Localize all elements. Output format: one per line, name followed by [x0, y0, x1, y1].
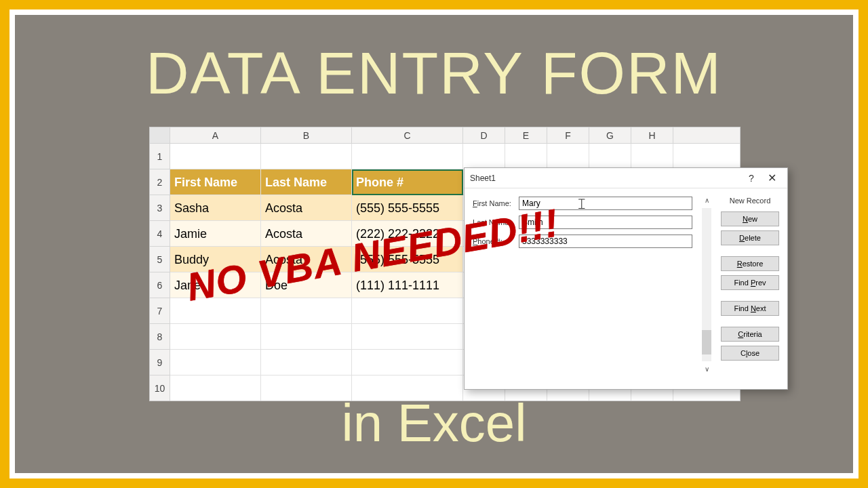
help-icon[interactable]: ? — [741, 173, 762, 184]
row-header-1[interactable]: 1 — [150, 144, 170, 169]
cell[interactable] — [352, 298, 463, 324]
gray-panel: DATA ENTRY FORM ABCDEFGH 12345678910 Fir… — [15, 15, 853, 473]
cell[interactable] — [505, 144, 547, 169]
scroll-up-icon[interactable]: ∧ — [705, 197, 709, 204]
cell[interactable] — [352, 350, 463, 375]
subtitle: in Excel — [15, 392, 853, 454]
cell[interactable]: Phone # — [352, 169, 463, 195]
cell[interactable]: (555) 555-5555 — [352, 195, 463, 221]
cell[interactable] — [261, 350, 352, 375]
row-header-3[interactable]: 3 — [150, 195, 170, 221]
col-header-H[interactable]: H — [631, 127, 673, 143]
cell[interactable] — [352, 144, 463, 169]
cell[interactable] — [352, 324, 463, 350]
row-header-6[interactable]: 6 — [150, 272, 170, 298]
record-status: New Record — [721, 197, 779, 205]
cell[interactable] — [631, 144, 673, 169]
outer-frame: DATA ENTRY FORM ABCDEFGH 12345678910 Fir… — [0, 0, 868, 488]
scroll-down-icon[interactable]: ∨ — [705, 365, 709, 373]
cell[interactable]: First Name — [170, 169, 261, 195]
cell[interactable]: Last Name — [261, 169, 352, 195]
cell[interactable] — [547, 144, 589, 169]
row-header-7[interactable]: 7 — [150, 298, 170, 324]
scroll-track[interactable] — [702, 208, 711, 361]
cell[interactable] — [261, 298, 352, 324]
dialog-title: Sheet1 — [470, 174, 741, 183]
data-form-dialog[interactable]: Sheet1 ? ✕ First Name:Last Name:Phone #:… — [464, 167, 788, 390]
close-button[interactable]: Close — [721, 346, 779, 361]
cell[interactable] — [261, 324, 352, 350]
inner-frame: DATA ENTRY FORM ABCDEFGH 12345678910 Fir… — [9, 9, 859, 479]
cell[interactable] — [261, 144, 352, 169]
row-header-2[interactable]: 2 — [150, 169, 170, 195]
dialog-titlebar[interactable]: Sheet1 ? ✕ — [465, 168, 787, 188]
col-header-E[interactable]: E — [505, 127, 547, 143]
row-header-4[interactable]: 4 — [150, 221, 170, 247]
col-header-D[interactable]: D — [463, 127, 505, 143]
row-headers: 12345678910 — [150, 144, 170, 401]
restore-button[interactable]: Restore — [721, 256, 779, 271]
scroll-thumb[interactable] — [702, 330, 711, 354]
cell[interactable] — [170, 324, 261, 350]
cell[interactable] — [463, 144, 505, 169]
cell[interactable]: Jamie — [170, 221, 261, 247]
close-icon[interactable]: ✕ — [762, 171, 782, 184]
row-header-5[interactable]: 5 — [150, 247, 170, 272]
dialog-scrollbar[interactable]: ∧ ∨ — [701, 197, 713, 373]
dialog-buttons: New Record NewDeleteRestoreFind PrevFind… — [721, 197, 779, 373]
cell[interactable] — [589, 144, 631, 169]
cell[interactable]: Sasha — [170, 195, 261, 221]
col-header-F[interactable]: F — [547, 127, 589, 143]
cell[interactable] — [170, 144, 261, 169]
row-header-8[interactable]: 8 — [150, 324, 170, 350]
row-header-9[interactable]: 9 — [150, 350, 170, 375]
main-title: DATA ENTRY FORM — [15, 39, 853, 108]
find-prev-button[interactable]: Find Prev — [721, 275, 779, 290]
column-headers: ABCDEFGH — [150, 127, 740, 144]
select-all-corner[interactable] — [150, 127, 170, 143]
col-header-A[interactable]: A — [170, 127, 261, 143]
cell[interactable] — [170, 350, 261, 375]
criteria-button[interactable]: Criteria — [721, 327, 779, 342]
text-cursor-icon: 𝙸 — [576, 195, 587, 213]
col-header-C[interactable]: C — [352, 127, 463, 143]
cell[interactable]: Acosta — [261, 195, 352, 221]
col-header-B[interactable]: B — [261, 127, 352, 143]
col-header-G[interactable]: G — [589, 127, 631, 143]
new-button[interactable]: New — [721, 211, 779, 226]
find-next-button[interactable]: Find Next — [721, 301, 779, 316]
delete-button[interactable]: Delete — [721, 230, 779, 245]
